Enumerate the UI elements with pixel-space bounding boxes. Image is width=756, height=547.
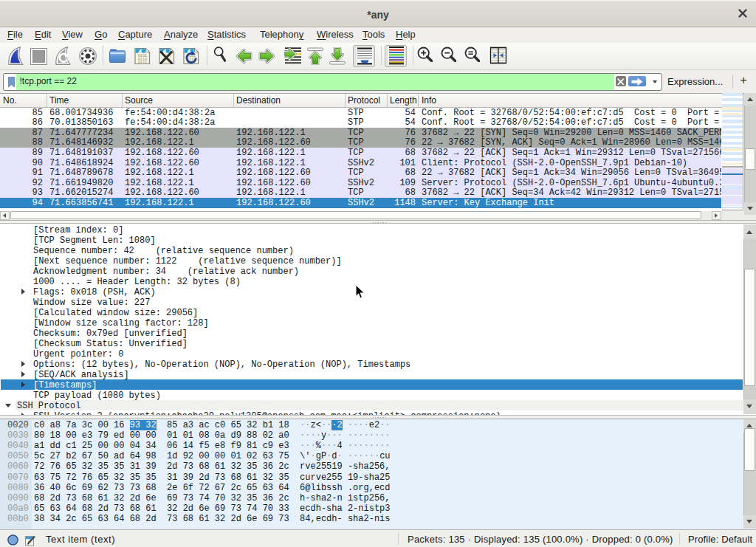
svg-text:0111: 0111	[138, 61, 147, 65]
